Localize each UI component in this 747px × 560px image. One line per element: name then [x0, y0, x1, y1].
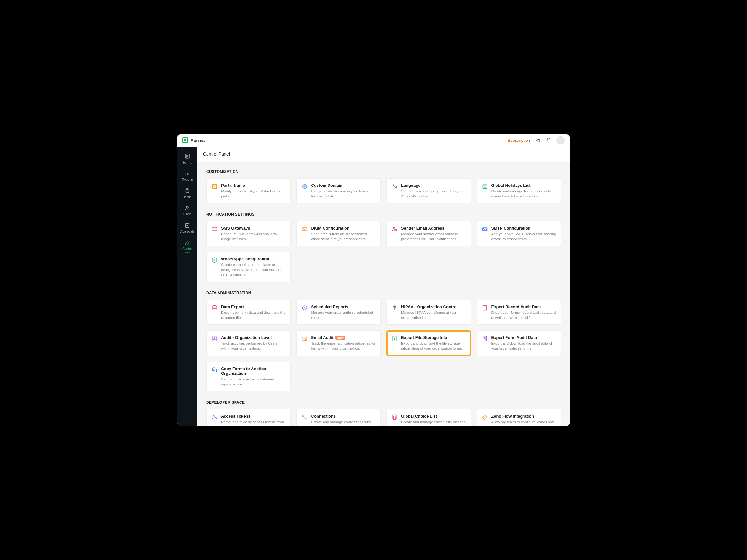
card-body: Scheduled ReportsManage your organizatio…: [311, 304, 376, 320]
email-audit-icon: [301, 335, 308, 342]
card-grid: Data ExportExport your form data and dow…: [206, 300, 561, 391]
card-title: HIPAA - Organization Control: [401, 304, 466, 309]
card-title: Global Holidays List: [491, 183, 557, 188]
audit-org-icon: [211, 335, 218, 342]
card-export-file-storage[interactable]: Export File Storage InfoExport and downl…: [386, 330, 471, 356]
card-desc: Export and download the file storage inf…: [401, 341, 466, 351]
sidebar-item-reports[interactable]: Reports: [177, 167, 198, 184]
export-file-storage-icon: [391, 335, 398, 342]
avatar[interactable]: [557, 136, 565, 144]
brand[interactable]: Forms: [182, 137, 205, 143]
brand-name: Forms: [190, 138, 205, 143]
card-copy-forms[interactable]: Copy Forms to Another OrganizationSend a…: [206, 362, 291, 391]
card-title: Global Choice List: [401, 414, 466, 418]
main-area: Control Panel CUSTOMIZATIONPortal NameMo…: [198, 147, 570, 426]
card-desc: Export your form data and download the e…: [221, 310, 286, 320]
clipboard-icon: [184, 188, 190, 194]
sidebar-item-label: Control Panel: [179, 247, 196, 254]
card-audit-org[interactable]: Audit - Organization LevelTrack activiti…: [206, 330, 291, 356]
sidebar-item-control-panel[interactable]: Control Panel: [177, 236, 198, 257]
card-desc: Create and manage connections with third…: [311, 419, 376, 426]
svg-text:31: 31: [484, 186, 485, 188]
badge-new: NEW: [335, 336, 345, 339]
card-title: Connections: [311, 414, 376, 418]
svg-point-45: [394, 418, 394, 418]
subscription-link[interactable]: Subscription: [508, 138, 530, 143]
card-email-audit[interactable]: Email AuditNEWTrack the email notificati…: [297, 330, 381, 356]
card-title: SMTP Configuration: [491, 226, 557, 230]
announcement-icon[interactable]: [535, 137, 541, 143]
card-custom-domain[interactable]: Custom DomainUse your own domain in your…: [297, 178, 381, 203]
page-title: Control Panel: [203, 152, 230, 157]
card-desc: Manage your organization's scheduled rep…: [311, 310, 376, 320]
card-title: Data Export: [221, 304, 286, 309]
card-language[interactable]: LanguageSet the Forms language based on …: [386, 178, 471, 203]
content-scroll[interactable]: CUSTOMIZATIONPortal NameModify the name …: [198, 162, 570, 426]
card-title: Access Tokens: [221, 414, 286, 418]
global-choice-list-icon: [391, 414, 398, 421]
card-body: Email AuditNEWTrack the email notificati…: [311, 335, 376, 351]
card-desc: Send and receive forms between organizat…: [221, 377, 286, 387]
section-title: DEVELOPER SPACE: [206, 400, 561, 405]
card-portal-name[interactable]: Portal NameModify the name of your Zoho …: [206, 178, 291, 203]
card-desc: Create channels and templates to configu…: [221, 262, 286, 277]
svg-point-39: [215, 417, 216, 419]
svg-rect-37: [214, 368, 216, 372]
card-body: ConnectionsCreate and manage connections…: [311, 414, 376, 426]
sidebar-item-label: Tasks: [183, 195, 191, 199]
data-export-icon: [211, 304, 218, 311]
card-body: Export Form Audit DataExport and downloa…: [491, 335, 557, 351]
scheduled-reports-icon: [301, 304, 308, 311]
card-title: Audit - Organization Level: [221, 335, 286, 340]
sidebar-item-approvals[interactable]: Approvals: [177, 219, 198, 236]
card-global-holidays[interactable]: 31Global Holidays ListCreate and manage …: [476, 178, 561, 203]
card-body: Sender Email AddressManage your sender e…: [401, 226, 466, 241]
card-whatsapp-config[interactable]: WhatsApp ConfigurationCreate channels an…: [206, 252, 291, 282]
sidebar-item-users[interactable]: Users: [177, 202, 198, 219]
card-body: Copy Forms to Another OrganizationSend a…: [221, 366, 286, 387]
card-desc: Modify the name of your Zoho Forms porta…: [221, 189, 286, 199]
card-access-tokens[interactable]: Access TokensRemove third-party access t…: [206, 409, 291, 426]
page-title-bar: Control Panel: [198, 147, 570, 162]
card-body: Global Choice ListCreate and manage choi…: [401, 414, 466, 426]
card-desc: Track activities performed by Users with…: [221, 341, 286, 351]
hipaa-control-icon: [391, 304, 398, 311]
card-sms-gateways[interactable]: SMS GatewaysConfigure SMS gateways and v…: [206, 221, 291, 246]
sms-gateways-icon: [211, 226, 218, 233]
card-connections[interactable]: ConnectionsCreate and manage connections…: [297, 409, 381, 426]
sidebar-item-tasks[interactable]: Tasks: [177, 184, 198, 202]
card-hipaa-control[interactable]: HIPAA - Organization ControlManage HIPAA…: [386, 300, 471, 325]
card-dkim-config[interactable]: DKIM ConfigurationSend emails from an au…: [297, 221, 381, 246]
card-sender-email[interactable]: Sender Email AddressManage your sender e…: [386, 221, 471, 246]
card-desc: Remove third-party access tokens from yo…: [221, 419, 286, 426]
card-global-choice-list[interactable]: Global Choice ListCreate and manage choi…: [386, 409, 471, 426]
card-export-form-audit[interactable]: Export Form Audit DataExport and downloa…: [476, 330, 561, 356]
tools-icon: [184, 239, 190, 246]
card-title: DKIM Configuration: [311, 226, 376, 230]
export-record-audit-icon: [481, 304, 488, 311]
card-desc: Allow org users to configure Zoho Flow i…: [491, 419, 557, 426]
check-doc-icon: [184, 222, 190, 229]
card-desc: Manage your sender email address prefere…: [401, 231, 466, 241]
card-body: SMTP ConfigurationAdd your own SMTP serv…: [491, 226, 557, 241]
svg-point-29: [214, 338, 215, 339]
card-body: Access TokensRemove third-party access t…: [221, 414, 286, 426]
card-title: Scheduled Reports: [311, 304, 376, 309]
card-desc: Add your own SMTP servers for sending em…: [491, 231, 557, 241]
copy-forms-icon: [211, 366, 218, 373]
card-scheduled-reports[interactable]: Scheduled ReportsManage your organizatio…: [297, 300, 381, 325]
card-desc: Track the email notification deliveries …: [311, 341, 376, 351]
card-desc: Send emails from an authenticated email …: [311, 231, 376, 241]
bell-icon[interactable]: [546, 137, 551, 143]
card-zoho-flow[interactable]: Zoho Flow IntegrationAllow org users to …: [476, 409, 561, 426]
sidebar-item-forms[interactable]: Forms: [177, 150, 198, 167]
sender-email-icon: [391, 226, 398, 233]
section: CUSTOMIZATIONPortal NameModify the name …: [206, 170, 561, 203]
header-right: Subscription: [508, 136, 565, 144]
card-export-record-audit[interactable]: Export Record Audit DataExport your form…: [476, 300, 561, 325]
card-data-export[interactable]: Data ExportExport your form data and dow…: [206, 300, 291, 325]
card-smtp-config[interactable]: SMTP ConfigurationAdd your own SMTP serv…: [476, 221, 561, 246]
export-form-audit-icon: [481, 335, 488, 342]
card-body: DKIM ConfigurationSend emails from an au…: [311, 226, 376, 241]
connections-icon: [301, 414, 308, 421]
